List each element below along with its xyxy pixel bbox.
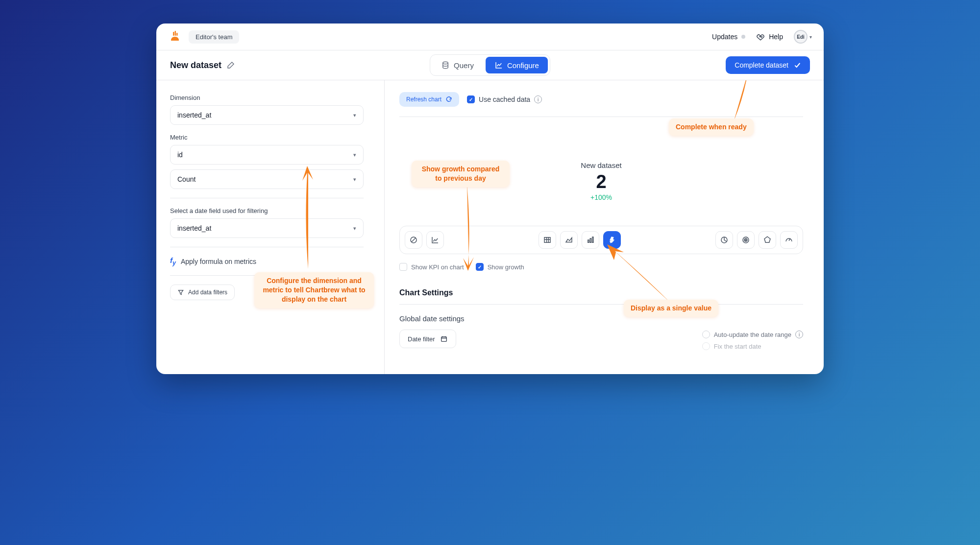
show-growth-checkbox[interactable]: Show growth <box>476 263 524 271</box>
chart-type-polar[interactable] <box>759 231 776 249</box>
chart-type-line[interactable] <box>426 231 444 249</box>
radio-icon <box>702 342 710 350</box>
kpi-preview: New dataset 2 +100% <box>399 117 803 226</box>
chart-icon <box>494 61 503 70</box>
refresh-icon <box>445 96 452 103</box>
date-filter-btn-label: Date filter <box>408 335 435 343</box>
divider <box>170 275 364 276</box>
date-settings-row: Date filter Auto-update the date range i… <box>399 330 803 350</box>
kpi-growth: +100% <box>399 193 803 201</box>
metric-label: Metric <box>170 134 364 141</box>
left-panel: Dimension inserted_at ▾ Metric id ▾ Coun… <box>156 80 385 374</box>
checkbox-icon <box>467 95 475 103</box>
show-kpi-checkbox[interactable]: Show KPI on chart <box>399 263 464 271</box>
chart-settings-title: Chart Settings <box>399 288 803 297</box>
info-icon[interactable]: i <box>795 331 803 338</box>
filter-icon <box>177 289 184 296</box>
svg-point-12 <box>744 238 747 241</box>
radio-icon <box>702 331 710 338</box>
svg-rect-1 <box>175 31 176 36</box>
chart-settings-section: Chart Settings Global date settings Date… <box>399 288 803 350</box>
kpi-title: New dataset <box>399 161 803 169</box>
date-options: Auto-update the date range i Fix the sta… <box>702 330 803 350</box>
kpi-value: 2 <box>399 171 803 192</box>
help-label: Help <box>769 33 783 41</box>
show-growth-label: Show growth <box>488 263 524 271</box>
complete-dataset-button[interactable]: Complete dataset <box>726 56 810 74</box>
type-group-center: # <box>539 231 621 249</box>
add-data-filters-button[interactable]: Add data filters <box>170 284 235 300</box>
chevron-down-icon: ▾ <box>809 34 812 40</box>
show-kpi-label: Show KPI on chart <box>411 263 464 271</box>
fix-start-label: Fix the start date <box>714 343 761 350</box>
checkbox-icon <box>476 263 484 271</box>
svg-point-13 <box>745 239 746 240</box>
chart-type-kpi[interactable]: # <box>603 231 621 249</box>
help-link[interactable]: Help <box>756 32 783 41</box>
main-area: Dimension inserted_at ▾ Metric id ▾ Coun… <box>156 80 824 374</box>
edit-icon[interactable] <box>226 61 235 70</box>
app-window: Editor's team Updates Help Edi ▾ New dat… <box>156 24 824 374</box>
refresh-chart-button[interactable]: Refresh chart <box>399 92 459 107</box>
top-bar: Editor's team Updates Help Edi ▾ <box>156 24 824 50</box>
date-filter-select[interactable]: inserted_at ▾ <box>170 218 364 238</box>
tab-configure-label: Configure <box>507 61 539 70</box>
chart-type-selector: # <box>399 226 803 254</box>
page-title: New dataset <box>170 60 221 71</box>
updates-link[interactable]: Updates <box>712 33 745 41</box>
info-icon[interactable]: i <box>534 95 542 103</box>
tab-configure[interactable]: Configure <box>486 57 548 73</box>
logo-icon <box>168 30 182 44</box>
date-filter-value: inserted_at <box>177 224 211 232</box>
check-icon <box>793 61 801 69</box>
chevron-down-icon: ▾ <box>353 225 356 232</box>
team-badge[interactable]: Editor's team <box>189 30 239 44</box>
chart-type-bar[interactable] <box>582 231 599 249</box>
tab-query[interactable]: Query <box>432 57 483 73</box>
chart-type-gauge[interactable] <box>780 231 798 249</box>
auto-update-radio[interactable]: Auto-update the date range i <box>702 331 803 338</box>
metric-select[interactable]: id ▾ <box>170 145 364 165</box>
top-bar-left: Editor's team <box>168 30 239 44</box>
fix-start-radio[interactable]: Fix the start date <box>702 342 803 350</box>
aggregate-value: Count <box>177 175 196 183</box>
chart-type-none[interactable] <box>405 231 422 249</box>
tab-query-label: Query <box>454 61 474 70</box>
add-filter-label: Add data filters <box>188 289 227 296</box>
user-menu[interactable]: Edi ▾ <box>794 30 812 44</box>
status-dot-icon <box>741 35 745 39</box>
svg-rect-14 <box>441 337 446 341</box>
tab-group: Query Configure <box>430 54 550 76</box>
divider <box>170 247 364 247</box>
database-icon <box>441 61 450 70</box>
date-filter-field: Select a date field used for filtering i… <box>170 207 364 238</box>
type-group-left <box>405 231 444 249</box>
formula-icon: fy <box>170 256 176 266</box>
updates-label: Updates <box>712 33 737 41</box>
svg-point-11 <box>743 237 749 243</box>
chart-type-radar[interactable] <box>737 231 755 249</box>
svg-point-3 <box>443 62 448 64</box>
dimension-field: Dimension inserted_at ▾ <box>170 94 364 125</box>
dimension-select[interactable]: inserted_at ▾ <box>170 105 364 125</box>
auto-update-label: Auto-update the date range <box>714 331 791 338</box>
checkbox-icon <box>399 263 407 271</box>
aggregate-select[interactable]: Count ▾ <box>170 169 364 189</box>
chart-type-pie[interactable] <box>715 231 733 249</box>
apply-formula-button[interactable]: fy Apply formula on metrics <box>170 256 364 266</box>
date-filter-button[interactable]: Date filter <box>399 330 456 348</box>
sub-header: New dataset Query Configure Complete dat… <box>156 50 824 80</box>
chart-type-table[interactable] <box>539 231 556 249</box>
callout-configure: Configure the dimension and metric to te… <box>254 272 374 308</box>
divider <box>170 198 364 198</box>
divider <box>399 304 803 305</box>
calendar-icon <box>440 335 448 343</box>
chart-type-area[interactable] <box>560 231 578 249</box>
top-bar-right: Updates Help Edi ▾ <box>712 30 812 44</box>
date-filter-label: Select a date field used for filtering <box>170 207 364 214</box>
use-cached-checkbox[interactable]: Use cached data i <box>467 95 542 103</box>
refresh-row: Refresh chart Use cached data i <box>399 92 803 107</box>
formula-label: Apply formula on metrics <box>181 258 256 265</box>
dimension-value: inserted_at <box>177 111 211 119</box>
show-options-row: Show KPI on chart Show growth <box>399 263 803 271</box>
